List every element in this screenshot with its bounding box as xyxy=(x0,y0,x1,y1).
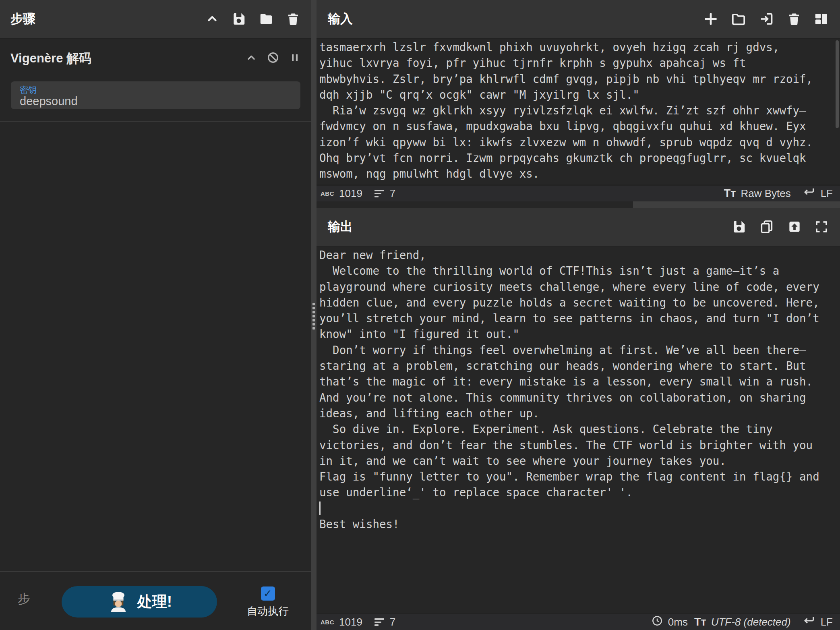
copy-output-icon[interactable] xyxy=(759,219,775,235)
char-encoding-icon[interactable]: Tт xyxy=(724,187,736,200)
recipe-header-icons xyxy=(205,11,300,27)
bake-time-clock-icon xyxy=(651,615,663,630)
bake-time: 0ms xyxy=(668,616,688,628)
open-folder-icon[interactable] xyxy=(730,11,747,27)
input-line-count: 7 xyxy=(390,187,395,200)
line-count-icon xyxy=(374,618,384,626)
auto-bake-label: 自动执行 xyxy=(247,604,289,618)
cyberchef-app: 步骤 Vigenère 解码 xyxy=(0,0,840,630)
key-field[interactable]: 密钥 deepsound xyxy=(11,81,300,109)
bake-button-label: 处理! xyxy=(137,592,172,612)
output-status-bar: ABC 1019 7 0ms Tт UTF-8 (detected) LF xyxy=(317,613,840,630)
input-encoding[interactable]: Raw Bytes xyxy=(741,187,790,200)
splitter-grip-icon[interactable] xyxy=(312,303,315,330)
key-label: 密钥 xyxy=(20,85,292,95)
operation-header: Vigenère 解码 xyxy=(0,39,311,67)
disable-operation-icon[interactable] xyxy=(267,51,279,66)
step-button[interactable]: 步 xyxy=(18,591,30,607)
auto-bake-checkbox[interactable]: ✓ xyxy=(261,586,275,601)
bake-button[interactable]: 处理! xyxy=(62,586,217,618)
panel-splitter[interactable] xyxy=(311,0,317,630)
collapse-operation-icon[interactable] xyxy=(246,52,257,65)
add-input-icon[interactable] xyxy=(703,11,718,27)
clear-recipe-trash-icon[interactable] xyxy=(286,12,300,26)
collapse-all-icon[interactable] xyxy=(205,12,219,26)
recipe-title: 步骤 xyxy=(10,10,35,27)
output-char-count: 1019 xyxy=(339,616,362,628)
save-recipe-icon[interactable] xyxy=(231,11,246,27)
char-encoding-icon[interactable]: Tт xyxy=(694,616,706,628)
recipe-panel: 步骤 Vigenère 解码 xyxy=(0,0,311,630)
checkmark-icon: ✓ xyxy=(263,587,272,600)
replace-input-with-output-icon[interactable] xyxy=(787,219,802,234)
input-eol[interactable]: LF xyxy=(821,187,833,200)
open-file-icon[interactable] xyxy=(759,11,775,27)
load-recipe-folder-icon[interactable] xyxy=(259,11,274,27)
input-textarea[interactable]: tasmaerxrh lzslr fxvmdkwnl phixh uvuyohr… xyxy=(317,39,840,184)
eol-return-icon[interactable] xyxy=(802,614,816,630)
output-status-right: 0ms Tт UTF-8 (detected) LF xyxy=(651,614,833,630)
auto-bake-toggle[interactable]: ✓ 自动执行 xyxy=(244,586,292,618)
operation-controls xyxy=(246,51,300,66)
output-title: 输出 xyxy=(328,218,353,235)
io-panel: 输入 tasmaerxrh lzslr fxvmdkwnl p xyxy=(317,0,840,630)
output-eol[interactable]: LF xyxy=(821,616,833,628)
maximize-output-icon[interactable] xyxy=(814,220,829,234)
save-output-icon[interactable] xyxy=(731,219,747,234)
breakpoint-pause-icon[interactable] xyxy=(289,52,300,65)
char-count-icon: ABC xyxy=(321,619,334,626)
output-line-count: 7 xyxy=(390,616,395,628)
output-header: 输出 xyxy=(317,208,840,247)
line-count-icon xyxy=(374,190,384,197)
input-header: 输入 xyxy=(317,0,840,39)
chef-icon xyxy=(107,590,130,613)
input-scrollbar[interactable] xyxy=(836,40,839,128)
operation-card[interactable]: Vigenère 解码 密钥 deepsound xyxy=(0,39,311,122)
input-status-right: Tт Raw Bytes LF xyxy=(724,185,833,202)
io-splitter[interactable] xyxy=(633,201,840,208)
bake-bar: 步 处理! ✓ 自动执行 xyxy=(0,571,311,630)
output-text: Dear new friend, Welcome to the thrillin… xyxy=(317,247,840,613)
input-char-count: 1019 xyxy=(339,187,362,200)
key-input[interactable]: deepsound xyxy=(20,95,292,108)
eol-return-icon[interactable] xyxy=(802,185,816,202)
input-header-icons xyxy=(703,11,829,27)
clear-input-trash-icon[interactable] xyxy=(787,12,801,26)
operation-title: Vigenère 解码 xyxy=(10,50,91,67)
output-encoding[interactable]: UTF-8 (detected) xyxy=(711,616,791,628)
text-cursor xyxy=(319,502,321,515)
recipe-header: 步骤 xyxy=(0,0,311,39)
layout-tabs-icon[interactable] xyxy=(813,11,829,27)
output-header-icons xyxy=(731,219,829,235)
char-count-icon: ABC xyxy=(321,190,334,197)
input-title: 输入 xyxy=(328,10,353,27)
input-status-bar: ABC 1019 7 Tт Raw Bytes LF xyxy=(317,184,840,201)
